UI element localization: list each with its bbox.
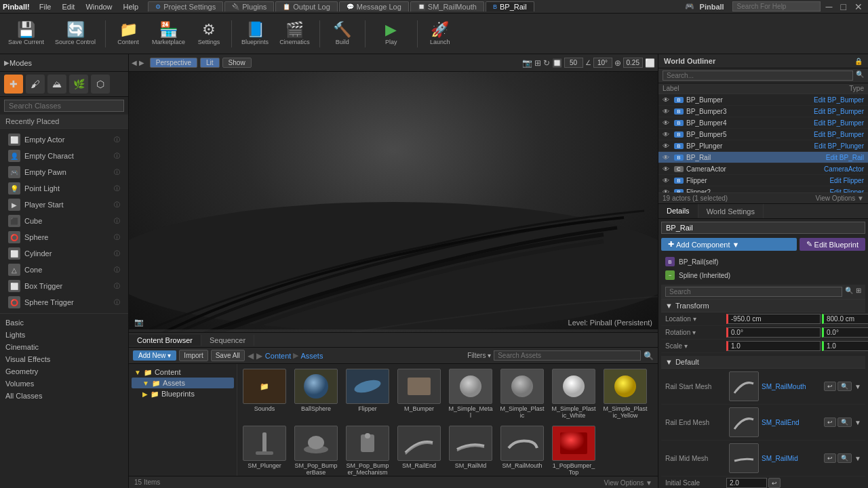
dp-tab-details[interactable]: Details <box>658 204 698 218</box>
view-options-button[interactable]: View Options ▼ <box>604 479 652 487</box>
wo-item-flipper[interactable]: 👁 B Flipper Edit Flipper <box>658 175 868 186</box>
tab-plugins[interactable]: 🔌 Plugins <box>224 1 274 12</box>
add-new-button[interactable]: Add New ▾ <box>133 350 176 361</box>
wo-view-options[interactable]: View Options ▼ <box>816 195 864 202</box>
wo-type-link-6[interactable]: Edit BP_Rail <box>826 154 864 161</box>
rotation-x-input[interactable] <box>726 327 821 338</box>
perspective-button[interactable]: Perspective <box>150 58 197 68</box>
asset-sm-pop-bumperbase[interactable]: SM_Pop_BumperBase <box>292 424 340 476</box>
place-item-empty-pawn[interactable]: 🎮 Empty Pawn ⓘ <box>5 164 123 180</box>
cb-tab-content[interactable]: Content Browser <box>129 335 201 346</box>
minimize-button[interactable]: ─ <box>826 1 833 12</box>
mode-placement[interactable]: ✚ <box>4 75 23 94</box>
category-lights[interactable]: Lights <box>0 329 128 341</box>
place-item-empty-char[interactable]: 👤 Empty Charact ⓘ <box>5 148 123 164</box>
rail-start-dropdown-icon[interactable]: ▼ <box>854 383 861 390</box>
wo-item-camera-actor[interactable]: 👁 C CameraActor CameraActor <box>658 163 868 175</box>
rail-mid-reset-btn[interactable]: ↩ <box>824 453 836 463</box>
asset-flipper[interactable]: Flipper <box>343 367 392 414</box>
details-search-input[interactable] <box>665 287 842 297</box>
wo-item-bp-bumper5[interactable]: 👁 B BP_Bumper5 Edit BP_Bumper <box>658 129 868 140</box>
place-item-cube[interactable]: ⬛ Cube ⓘ <box>5 213 123 229</box>
wo-type-link-8[interactable]: Edit Flipper <box>829 177 864 184</box>
dp-tab-world-settings[interactable]: World Settings <box>698 204 764 218</box>
asset-1-popbumper-top[interactable]: 1_PopBumper_Top <box>549 424 598 476</box>
tree-item-blueprints[interactable]: ▶ 📁 Blueprints <box>132 388 234 399</box>
category-basic[interactable]: Basic <box>0 317 128 329</box>
wo-item-bp-bumper4[interactable]: 👁 B BP_Bumper4 Edit BP_Bumper <box>658 117 868 129</box>
show-button[interactable]: Show <box>222 58 252 68</box>
category-geometry[interactable]: Geometry <box>0 365 128 378</box>
wo-type-link-4[interactable]: Edit BP_Bumper <box>814 131 864 138</box>
mode-paint[interactable]: 🖌 <box>26 75 45 94</box>
wo-item-bp-plunger[interactable]: 👁 B BP_Plunger Edit BP_Plunger <box>658 140 868 152</box>
marketplace-button[interactable]: 🏪 Marketplace <box>148 20 189 47</box>
nav-fwd-icon[interactable]: ▶ <box>256 351 262 361</box>
mode-foliage[interactable]: 🌿 <box>69 75 88 94</box>
tab-message-log[interactable]: 💬 Message Log <box>339 1 409 12</box>
rail-end-reset-btn[interactable]: ↩ <box>824 418 836 427</box>
content-button[interactable]: 📁 Content <box>111 20 145 47</box>
asset-m-simple-plastic-white[interactable]: M_Simple_Plastic_White <box>549 367 598 421</box>
location-y-input[interactable] <box>822 314 868 324</box>
wo-item-bp-bumper3[interactable]: 👁 B BP_Bumper3 Edit BP_Bumper <box>658 106 868 117</box>
wo-type-link-3[interactable]: Edit BP_Bumper <box>814 119 864 127</box>
rail-end-browse-btn[interactable]: 🔍 <box>837 418 852 427</box>
category-all-classes[interactable]: All Classes <box>0 390 128 402</box>
help-search-input[interactable] <box>732 1 821 12</box>
place-item-empty-actor[interactable]: ⬜ Empty Actor ⓘ <box>5 131 123 148</box>
lit-button[interactable]: Lit <box>200 58 220 68</box>
import-button[interactable]: Import <box>179 350 208 361</box>
place-item-point-light[interactable]: 💡 Point Light ⓘ <box>5 180 123 197</box>
initial-scale-input[interactable] <box>726 478 767 488</box>
initial-scale-reset-btn[interactable]: ↩ <box>768 478 781 488</box>
menu-edit[interactable]: Edit <box>59 2 77 12</box>
rail-start-reset-btn[interactable]: ↩ <box>824 382 836 391</box>
category-visual-effects[interactable]: Visual Effects <box>0 353 128 365</box>
cinematics-button[interactable]: 🎬 Cinematics <box>275 20 314 47</box>
wo-item-bp-rail[interactable]: 👁 B BP_Rail Edit BP_Rail <box>658 152 868 163</box>
category-cinematic[interactable]: Cinematic <box>0 341 128 353</box>
cb-tab-sequencer[interactable]: Sequencer <box>201 335 254 346</box>
asset-ballsphere[interactable]: BallSphere <box>292 367 340 414</box>
save-current-button[interactable]: 💾 Save Current <box>4 20 48 47</box>
asset-m-simple-plastic-yellow[interactable]: M_Simple_Plastic_Yellow <box>601 367 650 421</box>
menu-file[interactable]: File <box>37 2 54 12</box>
wo-search-input[interactable] <box>663 70 853 81</box>
menu-window[interactable]: Window <box>83 2 115 12</box>
place-item-player-start[interactable]: ▶ Player Start ⓘ <box>5 197 123 213</box>
place-item-sphere-trigger[interactable]: ⭕ Sphere Trigger ⓘ <box>5 294 123 310</box>
asset-m-simple-plastic[interactable]: M_Simple_Plastic <box>498 367 547 421</box>
nav-back-icon[interactable]: ◀ <box>248 351 254 361</box>
play-button[interactable]: ▶ Play <box>371 20 412 47</box>
mode-landscape[interactable]: ⛰ <box>47 75 66 94</box>
edit-blueprint-button[interactable]: ✎ Edit Blueprint <box>800 238 865 251</box>
wo-type-link-5[interactable]: Edit BP_Plunger <box>814 142 864 150</box>
asset-sm-railmd[interactable]: SM_RailMd <box>446 424 495 471</box>
rail-mid-browse-btn[interactable]: 🔍 <box>837 453 852 463</box>
component-spline[interactable]: ~ Spline (Inherited) <box>661 268 865 282</box>
rail-mid-dropdown-icon[interactable]: ▼ <box>854 455 861 462</box>
transform-header[interactable]: ▼ Transform <box>661 300 865 312</box>
add-component-button[interactable]: ✚ Add Component ▼ <box>661 238 797 251</box>
save-all-button[interactable]: Save All <box>211 350 245 361</box>
rotation-y-input[interactable] <box>822 327 868 338</box>
wo-type-link-2[interactable]: Edit BP_Bumper <box>814 108 864 115</box>
scale-x-input[interactable] <box>726 341 821 351</box>
wo-lock-icon[interactable]: 🔒 <box>854 58 863 65</box>
place-item-cylinder[interactable]: ⬜ Cylinder ⓘ <box>5 245 123 262</box>
menu-help[interactable]: Help <box>121 2 142 12</box>
maximize-viewport-icon[interactable]: ⬜ <box>645 58 655 68</box>
category-volumes[interactable]: Volumes <box>0 378 128 390</box>
default-header[interactable]: ▼ Default <box>661 356 865 369</box>
source-control-button[interactable]: 🔄 Source Control <box>51 20 100 47</box>
asset-search-input[interactable] <box>494 350 641 361</box>
asset-sm-railmouth[interactable]: SM_RailMouth <box>498 424 547 471</box>
wo-type-link-7[interactable]: CameraActor <box>824 165 864 173</box>
recently-placed-header[interactable]: Recently Placed <box>0 115 128 129</box>
asset-m-simple-metal[interactable]: M_Simple_Metal <box>446 367 495 421</box>
close-button[interactable]: ✕ <box>854 1 863 12</box>
launch-button[interactable]: 🚀 Launch <box>423 20 457 47</box>
build-button[interactable]: 🔨 Build <box>326 20 359 47</box>
tab-sm-railmouth[interactable]: 🔲 SM_RailMouth <box>410 1 484 12</box>
